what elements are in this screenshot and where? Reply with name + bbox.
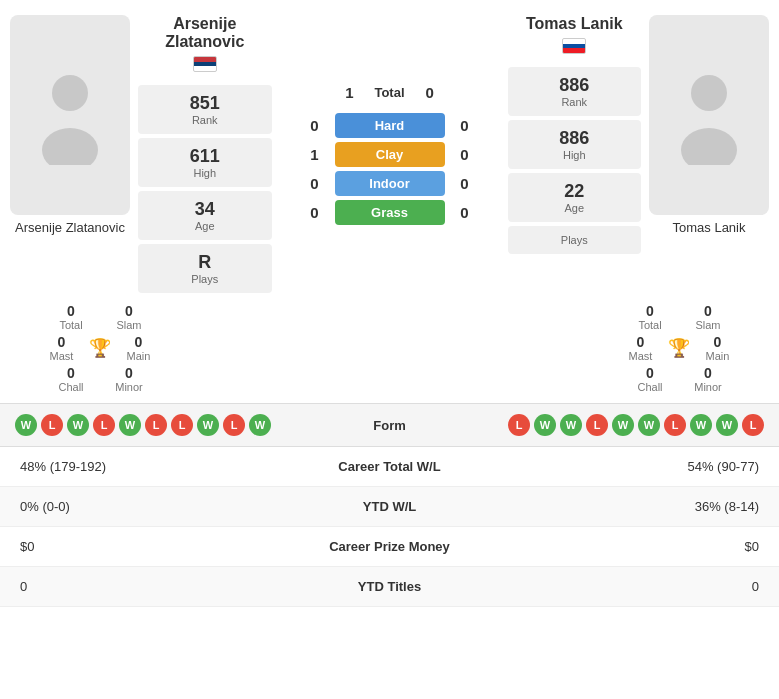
comparison-section: Arsenije Zlatanovic ArsenijeZlatanovic 8… xyxy=(0,0,779,308)
right-age-box: 22 Age xyxy=(508,173,642,222)
right-total-val: 0 xyxy=(625,303,675,319)
left-trophy-icon: 🏆 xyxy=(89,337,111,359)
stats-row: $0Career Prize Money$0 xyxy=(0,527,779,567)
left-rank-box: 851 Rank xyxy=(138,85,272,134)
left-age-label: Age xyxy=(143,220,267,232)
right-high-value: 886 xyxy=(513,128,637,149)
left-high-label: High xyxy=(143,167,267,179)
svg-point-3 xyxy=(681,128,737,165)
stats-row-center: YTD Titles xyxy=(310,579,470,594)
right-rank-label: Rank xyxy=(513,96,637,108)
right-plays-box: Plays xyxy=(508,226,642,254)
form-badge: L xyxy=(508,414,530,436)
left-total-slam-row: 0 Total 0 Slam xyxy=(10,303,190,331)
right-main-cell: 0 Main xyxy=(695,334,740,362)
right-form: LWWLWWLWWL xyxy=(430,414,765,436)
right-player-info: Tomas Lanik 886 Rank 886 High 22 Age xyxy=(500,15,650,293)
form-badge: W xyxy=(612,414,634,436)
right-high-box: 886 High xyxy=(508,120,642,169)
left-slam-cell: 0 Slam xyxy=(104,303,154,331)
left-total-val: 0 xyxy=(46,303,96,319)
right-high-label: High xyxy=(513,149,637,161)
stats-row-left: 48% (179-192) xyxy=(20,459,310,474)
right-chall-minor-row: 0 Chall 0 Minor xyxy=(589,365,769,393)
form-badge: L xyxy=(41,414,63,436)
form-badge: W xyxy=(716,414,738,436)
form-badge: L xyxy=(742,414,764,436)
stats-row-left: 0% (0-0) xyxy=(20,499,310,514)
left-high-box: 611 High xyxy=(138,138,272,187)
left-mast-val: 0 xyxy=(39,334,84,350)
stats-row: 0YTD Titles0 xyxy=(0,567,779,607)
form-badge: W xyxy=(249,414,271,436)
right-age-label: Age xyxy=(513,202,637,214)
form-badge: L xyxy=(171,414,193,436)
grass-right-score: 0 xyxy=(455,204,475,221)
form-badge: L xyxy=(93,414,115,436)
clay-right-score: 0 xyxy=(455,146,475,163)
svg-point-2 xyxy=(691,75,727,111)
form-badge: L xyxy=(664,414,686,436)
right-slam-val: 0 xyxy=(683,303,733,319)
right-slam-cell: 0 Slam xyxy=(683,303,733,331)
left-mast-lbl: Mast xyxy=(39,350,84,362)
stats-row-right: 36% (8-14) xyxy=(470,499,760,514)
indoor-right-score: 0 xyxy=(455,175,475,192)
left-mast-main-row: 0 Mast 🏆 0 Main xyxy=(10,334,190,362)
left-main-val: 0 xyxy=(116,334,161,350)
left-minor-val: 0 xyxy=(104,365,154,381)
left-slam-val: 0 xyxy=(104,303,154,319)
right-chall-val: 0 xyxy=(625,365,675,381)
right-rank-box: 886 Rank xyxy=(508,67,642,116)
right-player-photo-container: Tomas Lanik xyxy=(649,15,769,293)
right-mast-val: 0 xyxy=(618,334,663,350)
left-chall-lbl: Chall xyxy=(46,381,96,393)
main-container: Arsenije Zlatanovic ArsenijeZlatanovic 8… xyxy=(0,0,779,607)
left-age-value: 34 xyxy=(143,199,267,220)
indoor-left-score: 0 xyxy=(305,175,325,192)
left-main-cell: 0 Main xyxy=(116,334,161,362)
right-rank-value: 886 xyxy=(513,75,637,96)
right-player-flag xyxy=(508,38,642,54)
stats-row-right: 0 xyxy=(470,579,760,594)
form-section: WLWLWLLWLW Form LWWLWWLWWL xyxy=(0,403,779,446)
form-badge: L xyxy=(586,414,608,436)
left-chall-minor-row: 0 Chall 0 Minor xyxy=(10,365,190,393)
right-plays-label: Plays xyxy=(513,234,637,246)
right-minor-val: 0 xyxy=(683,365,733,381)
left-mast-cell: 0 Mast xyxy=(39,334,84,362)
clay-left-score: 1 xyxy=(305,146,325,163)
stats-row: 0% (0-0)YTD W/L36% (8-14) xyxy=(0,487,779,527)
left-plays-label: Plays xyxy=(143,273,267,285)
right-player-name-below: Tomas Lanik xyxy=(649,220,769,235)
left-high-value: 611 xyxy=(143,146,267,167)
clay-badge: Clay xyxy=(335,142,445,167)
left-age-box: 34 Age xyxy=(138,191,272,240)
right-minor-cell: 0 Minor xyxy=(683,365,733,393)
right-total-score: 0 xyxy=(420,84,440,101)
grass-court-row: 0 Grass 0 xyxy=(290,200,490,225)
clay-court-row: 1 Clay 0 xyxy=(290,142,490,167)
hard-right-score: 0 xyxy=(455,117,475,134)
form-badge: W xyxy=(15,414,37,436)
total-label: Total xyxy=(374,85,404,100)
total-row: 1 Total 0 xyxy=(339,84,439,101)
left-player-name: ArsenijeZlatanovic xyxy=(138,15,272,51)
left-player-info: ArsenijeZlatanovic 851 Rank 611 High 34 … xyxy=(130,15,280,293)
left-rank-value: 851 xyxy=(143,93,267,114)
form-badge: W xyxy=(560,414,582,436)
stats-row-right: 54% (90-77) xyxy=(470,459,760,474)
left-player-flag xyxy=(138,56,272,72)
left-minor-lbl: Minor xyxy=(104,381,154,393)
stats-row-right: $0 xyxy=(470,539,760,554)
indoor-badge: Indoor xyxy=(335,171,445,196)
stats-rows: 48% (179-192)Career Total W/L54% (90-77)… xyxy=(0,446,779,607)
left-total-cell: 0 Total xyxy=(46,303,96,331)
stats-row-center: Career Total W/L xyxy=(310,459,470,474)
left-minor-cell: 0 Minor xyxy=(104,365,154,393)
left-chall-cell: 0 Chall xyxy=(46,365,96,393)
form-badge: W xyxy=(197,414,219,436)
left-total-lbl: Total xyxy=(46,319,96,331)
right-chall-cell: 0 Chall xyxy=(625,365,675,393)
form-badge: W xyxy=(67,414,89,436)
